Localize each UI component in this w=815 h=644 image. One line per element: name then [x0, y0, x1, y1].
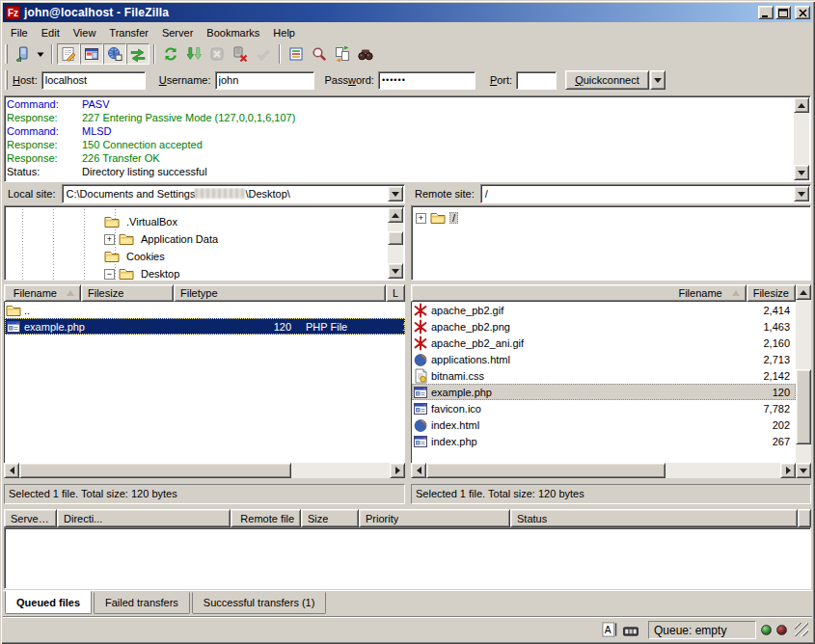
disconnect-button[interactable] — [229, 43, 252, 65]
encryption-indicator-icon[interactable] — [623, 624, 643, 635]
remote-site-combo[interactable]: / — [480, 184, 811, 203]
column-header[interactable]: Status — [510, 509, 798, 527]
column-header[interactable]: Filename — [411, 284, 747, 302]
site-manager-button[interactable] — [11, 43, 34, 65]
menu-item[interactable]: Edit — [35, 25, 67, 40]
log-scrollbar[interactable] — [794, 97, 809, 180]
file-row[interactable]: .. — [5, 302, 405, 318]
site-manager-dropdown-button[interactable] — [34, 43, 47, 65]
queue-tab[interactable]: Queued files — [5, 591, 92, 614]
tree-expander[interactable]: − — [104, 269, 115, 280]
scroll-down-button[interactable] — [796, 463, 811, 478]
menu-item[interactable]: Bookmarks — [200, 25, 266, 40]
title-bar[interactable]: Fz john@localhost - FileZilla — [3, 3, 812, 22]
refresh-button[interactable] — [159, 43, 182, 65]
process-queue-button[interactable] — [182, 43, 205, 65]
tree-expander[interactable]: + — [416, 213, 426, 224]
tree-expander[interactable]: + — [104, 234, 115, 245]
cancel-operation-button[interactable] — [205, 43, 229, 65]
scroll-thumb[interactable] — [388, 231, 403, 245]
scroll-right-button[interactable] — [780, 463, 796, 478]
menu-item[interactable]: File — [4, 25, 35, 40]
scroll-up-button[interactable] — [796, 284, 811, 300]
toggle-remote-tree-button[interactable] — [103, 43, 126, 65]
data-type-indicator-icon[interactable]: A — [602, 622, 618, 637]
column-header[interactable]: Server/Local file — [4, 509, 57, 527]
resize-grip[interactable] — [795, 623, 808, 636]
column-header[interactable]: Size — [301, 509, 359, 527]
menu-item[interactable]: Help — [266, 25, 302, 40]
toggle-local-tree-button[interactable] — [80, 43, 103, 65]
column-header[interactable]: Directi... — [57, 509, 231, 527]
quickconnect-grip[interactable] — [5, 70, 8, 90]
scroll-thumb[interactable] — [426, 463, 666, 478]
file-row[interactable]: index.php 267 — [412, 433, 796, 449]
local-horizontal-scrollbar[interactable] — [4, 463, 405, 478]
column-header[interactable] — [798, 509, 811, 527]
file-row[interactable]: favicon.ico 7,782 — [412, 400, 796, 416]
queue-tab[interactable]: Failed transfers — [94, 592, 190, 614]
scroll-down-button[interactable] — [794, 165, 809, 180]
tree-item[interactable]: Cookies — [5, 248, 404, 265]
toolbar — [3, 41, 812, 66]
scroll-thumb[interactable] — [796, 369, 811, 444]
file-row[interactable]: example.php 120 PHP File 1 — [5, 318, 405, 335]
file-row[interactable]: apache_pb2_ani.gif 2,160 — [412, 335, 796, 351]
toggle-queue-button[interactable] — [126, 43, 149, 65]
queue-tab[interactable]: Successful transfers (1) — [192, 592, 327, 614]
username-input[interactable] — [215, 71, 314, 90]
filter-button[interactable] — [285, 43, 308, 65]
file-row[interactable]: applications.html 2,713 — [412, 351, 796, 367]
local-pane: Local site: C:\Documents and Settings\De… — [4, 183, 405, 506]
column-header[interactable]: Filesize — [81, 284, 174, 302]
menu-item[interactable]: Server — [155, 25, 200, 40]
host-input[interactable] — [41, 71, 146, 90]
directory-comparison-button[interactable] — [331, 43, 354, 65]
scroll-up-button[interactable] — [794, 97, 809, 113]
quickconnect-dropdown-button[interactable] — [650, 70, 666, 90]
column-header[interactable]: Filename — [4, 284, 81, 302]
column-header[interactable]: Remote file — [231, 509, 301, 527]
quickconnect-button[interactable]: Quickconnect — [565, 70, 649, 90]
local-tree-scrollbar[interactable] — [388, 207, 403, 279]
menu-item[interactable]: Transfer — [102, 25, 155, 40]
maximize-button[interactable] — [775, 6, 791, 19]
synchronized-browsing-button[interactable] — [354, 43, 377, 65]
file-row[interactable]: example.php 120 — [412, 384, 796, 400]
local-site-bar: Local site: C:\Documents and Settings\De… — [4, 183, 405, 204]
menu-item[interactable]: View — [67, 25, 103, 40]
tree-item[interactable]: − Desktop — [5, 265, 404, 281]
local-site-combo[interactable]: C:\Documents and Settings\Desktop\ — [62, 184, 405, 203]
tree-item[interactable]: + / — [412, 209, 810, 227]
port-input[interactable] — [516, 71, 557, 90]
scroll-up-button[interactable] — [388, 207, 403, 223]
column-header[interactable]: Priority — [359, 509, 510, 527]
cancel-icon — [209, 46, 225, 62]
password-input[interactable] — [378, 71, 475, 90]
close-button[interactable] — [795, 6, 810, 19]
file-row[interactable]: apache_pb2.png 1,463 — [412, 318, 796, 335]
tree-item[interactable]: + Application Data — [5, 230, 404, 248]
file-search-button[interactable] — [308, 43, 331, 65]
tree-item[interactable]: .VirtualBox — [5, 213, 404, 230]
img-icon — [413, 303, 428, 318]
local-site-dropdown-button[interactable] — [388, 186, 403, 201]
remote-vertical-scrollbar[interactable] — [796, 284, 811, 478]
remote-site-dropdown-button[interactable] — [794, 186, 809, 201]
file-row[interactable]: apache_pb2.gif 2,414 — [412, 302, 796, 318]
column-header[interactable]: Filesize — [747, 284, 796, 302]
scroll-left-button[interactable] — [4, 463, 19, 478]
scroll-left-button[interactable] — [411, 463, 426, 478]
file-row[interactable]: bitnami.css 2,142 — [412, 367, 796, 384]
remote-horizontal-scrollbar[interactable] — [411, 463, 796, 478]
column-header[interactable]: L — [386, 284, 405, 302]
minimize-button[interactable] — [758, 6, 774, 19]
column-header[interactable]: Filetype — [174, 284, 386, 302]
file-row[interactable]: index.html 202 — [412, 416, 796, 433]
toggle-message-log-button[interactable] — [57, 43, 80, 65]
toolbar-grip[interactable] — [5, 44, 8, 64]
reconnect-button[interactable] — [252, 43, 275, 65]
scroll-thumb[interactable] — [19, 463, 291, 478]
scroll-right-button[interactable] — [390, 463, 405, 478]
scroll-down-button[interactable] — [388, 263, 403, 279]
